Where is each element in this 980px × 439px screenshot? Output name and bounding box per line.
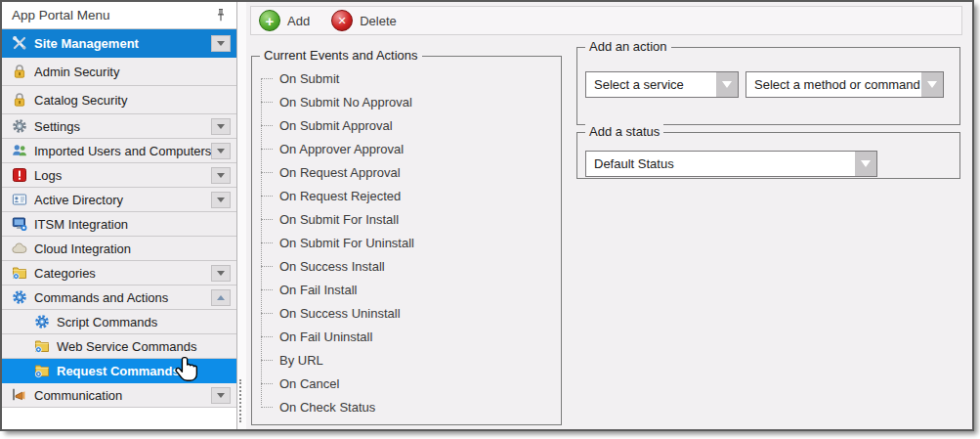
sidebar-item-settings[interactable]: Settings xyxy=(2,114,236,139)
sidebar-item-web-service-commands[interactable]: Web Service Commands xyxy=(2,334,236,359)
tree-connector-icon xyxy=(261,78,273,79)
tree-item-label: On Request Rejected xyxy=(279,189,401,203)
events-groupbox: Current Events and Actions On Submit On … xyxy=(251,56,562,425)
sidebar-item-commands-and-actions[interactable]: Commands and Actions xyxy=(2,285,236,310)
tree-item-label: On Cancel xyxy=(279,376,339,391)
tree-connector-icon xyxy=(261,102,273,103)
status-dropdown-button[interactable] xyxy=(855,152,876,176)
tree-item-by-url[interactable]: By URL xyxy=(252,348,561,372)
method-dropdown-button[interactable] xyxy=(921,72,943,97)
expander-button[interactable] xyxy=(211,143,231,159)
sidebar-item-label: Settings xyxy=(34,119,211,134)
delete-button[interactable]: ✕ Delete xyxy=(331,10,397,31)
tree-item-on-cancel[interactable]: On Cancel xyxy=(252,372,561,395)
sidebar-item-admin-security[interactable]: Admin Security xyxy=(2,58,236,86)
expander-button[interactable] xyxy=(211,192,231,208)
sidebar-item-label: Categories xyxy=(34,266,211,281)
gear-blue-icon xyxy=(33,314,50,330)
tree-item-on-fail-uninstall[interactable]: On Fail Uninstall xyxy=(252,325,561,348)
chevron-down-icon xyxy=(217,198,225,202)
folder-gear-icon xyxy=(33,363,50,379)
sidebar-item-label: Imported Users and Computers xyxy=(34,144,211,158)
service-dropdown[interactable]: Select a service xyxy=(585,71,739,98)
toolbar: + Add ✕ Delete xyxy=(250,6,962,35)
sidebar-item-active-directory[interactable]: Active Directory xyxy=(2,188,236,212)
tree-item-on-submit-approval[interactable]: On Submit Approval xyxy=(252,113,561,137)
method-dropdown[interactable]: Select a method or command xyxy=(746,71,944,98)
tree-item-on-fail-install[interactable]: On Fail Install xyxy=(252,278,561,301)
tree-connector-icon xyxy=(261,125,273,126)
tree-connector-icon xyxy=(261,172,273,173)
sidebar-item-label: Admin Security xyxy=(34,65,231,79)
tree-connector-icon xyxy=(261,313,273,314)
tree-item-on-request-rejected[interactable]: On Request Rejected xyxy=(252,184,561,207)
tree-item-on-check-status[interactable]: On Check Status xyxy=(252,395,561,418)
sidebar-splitter[interactable] xyxy=(237,2,246,429)
service-dropdown-button[interactable] xyxy=(716,72,738,97)
tree-connector-icon xyxy=(261,242,273,243)
tree-item-label: On Submit For Install xyxy=(279,212,399,227)
sidebar-item-categories[interactable]: Categories xyxy=(2,261,236,285)
status-groupbox-title: Add a status xyxy=(585,124,663,139)
sidebar-item-label: Cloud Integration xyxy=(34,241,231,256)
chevron-down-icon xyxy=(927,81,937,88)
expander-button[interactable] xyxy=(211,289,231,306)
sidebar-item-label: Script Commands xyxy=(57,315,231,329)
tree-item-on-request-approval[interactable]: On Request Approval xyxy=(252,160,561,184)
sidebar-item-site-management[interactable]: Site Management xyxy=(2,29,236,58)
chevron-down-icon xyxy=(217,271,225,276)
card-icon xyxy=(11,192,27,208)
cloud-icon xyxy=(11,241,27,257)
status-dropdown[interactable]: Default Status xyxy=(585,151,877,177)
events-tree: On Submit On Submit No Approval On Submi… xyxy=(252,57,561,418)
expander-button[interactable] xyxy=(211,167,231,184)
expander-button[interactable] xyxy=(211,265,231,282)
tree-item-label: On Submit Approval xyxy=(279,118,393,133)
delete-button-label: Delete xyxy=(360,14,397,28)
tree-item-on-success-uninstall[interactable]: On Success Uninstall xyxy=(252,301,561,325)
logs-icon xyxy=(11,167,27,184)
gear-blue-icon xyxy=(11,289,27,306)
sidebar-item-label: Commands and Actions xyxy=(34,290,211,305)
sidebar-list: Site Management Admin Security Catalog S… xyxy=(2,29,236,408)
tree-connector-icon xyxy=(261,219,273,220)
sidebar-item-communication[interactable]: Communication xyxy=(2,383,236,408)
tree-item-on-submit-no-approval[interactable]: On Submit No Approval xyxy=(252,90,561,113)
add-button-label: Add xyxy=(287,14,310,28)
tools-icon xyxy=(11,35,27,52)
tree-connector-icon xyxy=(261,336,273,337)
sidebar-item-imported-users-and-computers[interactable]: Imported Users and Computers xyxy=(2,139,236,163)
expander-button[interactable] xyxy=(211,35,231,52)
chevron-down-icon xyxy=(861,160,871,167)
sidebar-item-request-commands[interactable]: Request Commands xyxy=(2,359,236,383)
sidebar-item-logs[interactable]: Logs xyxy=(2,163,236,188)
tree-connector-icon xyxy=(261,407,273,408)
tree-item-label: On Submit No Approval xyxy=(279,95,412,110)
expander-button[interactable] xyxy=(211,387,231,404)
chevron-down-icon xyxy=(722,81,732,88)
tree-item-on-approver-approval[interactable]: On Approver Approval xyxy=(252,137,561,160)
monitor-gear-icon xyxy=(11,216,27,233)
app-window: App Portal Menu Site Management Admin Se… xyxy=(0,0,974,431)
chevron-down-icon xyxy=(217,173,225,178)
expander-button[interactable] xyxy=(211,118,231,135)
add-icon: + xyxy=(259,10,280,31)
splitter-grip-icon[interactable] xyxy=(239,379,241,422)
users-icon xyxy=(11,143,27,159)
chevron-down-icon xyxy=(217,393,225,398)
sidebar-item-itsm-integration[interactable]: ITSM Integration xyxy=(2,212,236,237)
tree-item-on-success-install[interactable]: On Success Install xyxy=(252,254,561,278)
tree-item-label: By URL xyxy=(279,353,323,368)
tree-item-label: On Request Approval xyxy=(279,165,401,180)
tree-item-on-submit-for-uninstall[interactable]: On Submit For Uninstall xyxy=(252,231,561,254)
tree-item-on-submit[interactable]: On Submit xyxy=(252,66,561,90)
tree-item-label: On Approver Approval xyxy=(279,142,404,156)
sidebar-item-script-commands[interactable]: Script Commands xyxy=(2,310,236,334)
sidebar-item-cloud-integration[interactable]: Cloud Integration xyxy=(2,237,236,261)
pin-icon[interactable] xyxy=(212,7,229,23)
sidebar-item-label: Active Directory xyxy=(34,193,211,207)
tree-item-on-submit-for-install[interactable]: On Submit For Install xyxy=(252,207,561,231)
sidebar-item-catalog-security[interactable]: Catalog Security xyxy=(2,86,236,114)
add-button[interactable]: + Add xyxy=(259,10,310,31)
sidebar-item-label: Site Management xyxy=(34,36,211,51)
